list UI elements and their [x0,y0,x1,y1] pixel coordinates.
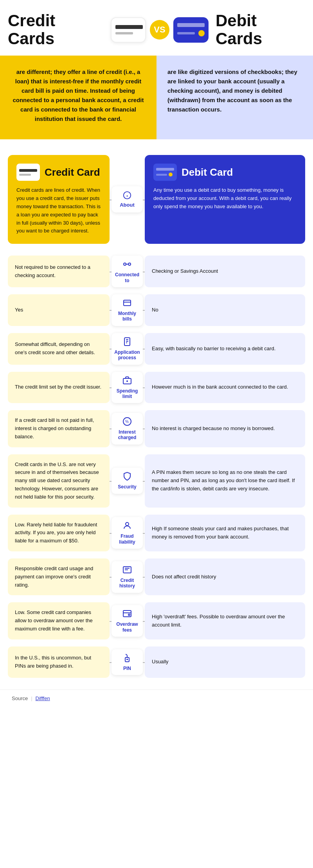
about-debit-card: Debit Card Any time you use a debit card… [145,155,305,244]
comp-center-cell-6: Fraud liability [110,515,145,551]
debit-card-inner [177,21,205,39]
spacer-1 [0,139,313,155]
about-debit-text: Any time you use a debit card to buy som… [153,186,297,211]
footer-source: Source [12,695,28,701]
comp-right-cell-1: No [145,294,305,326]
comp-row: Not required to be connected to a checki… [8,256,305,287]
row-label-6: Fraud liability [114,533,140,545]
card-dot [198,30,205,36]
comp-row: In the U.S., this is uncommon, but PINs … [8,646,305,678]
footer: Source | Difffen [0,690,313,707]
vs-label: VS [154,25,165,35]
about-center: About [110,155,145,244]
row-label-4: Interest charged [114,429,140,441]
comp-center-box-5: Security [112,468,143,493]
comp-center-box-7: Credit history [112,561,143,593]
card-stripe-4 [177,32,195,34]
about-debit-title: Debit Card [182,167,233,178]
card-stripe-1 [115,25,143,29]
icon-row [156,173,173,176]
about-credit-header: Credit Card [16,164,101,181]
comp-right-cell-7: Does not affect credit history [145,558,305,595]
comp-left-cell-1: Yes [8,294,110,326]
row-label-1: Monthly bills [114,311,140,322]
comp-right-cell-0: Checking or Savings Account [145,256,305,287]
comp-center-cell-0: Connected to [110,256,145,287]
intro-debit-text: are like digitized versions of checkbook… [167,68,297,113]
intro-debit: are like digitized versions of checkbook… [156,56,313,139]
footer-divider: | [31,695,32,701]
comp-left-cell-8: Low. Some credit card companies allow to… [8,602,110,639]
vs-badge: VS [150,20,169,40]
row-icon-3 [122,376,132,387]
comp-left-cell-4: If a credit card bill is not paid in ful… [8,410,110,447]
comp-row: If a credit card bill is not paid in ful… [8,410,305,447]
comp-row: Somewhat difficult, depending on one's c… [8,333,305,365]
svg-point-3 [124,263,126,265]
row-icon-6 [122,521,132,532]
credit-card-icon [111,17,146,43]
row-label-5: Security [118,484,136,490]
comp-row: The credit limit set by the credit issue… [8,372,305,403]
comp-row: Low. Some credit card companies allow to… [8,602,305,639]
intro-credit: are different; they offer a line of cred… [0,56,156,139]
comp-center-box-4: % Interest charged [112,413,143,445]
about-credit-title: Credit Card [45,167,100,178]
card-stripe-row [177,30,205,36]
comp-center-box-8: Overdraw fees [112,605,143,637]
comp-left-cell-5: Credit cards in the U.S. are not very se… [8,454,110,508]
debit-card-icon [173,17,209,43]
row-icon-0 [122,259,132,270]
footer-link[interactable]: Difffen [36,695,50,701]
row-label-7: Credit history [114,578,140,589]
about-center-box: About [112,186,143,212]
row-icon-1 [122,298,132,309]
row-icon-2 [122,337,132,348]
comp-left-cell-7: Responsible credit card usage and paymen… [8,558,110,595]
icon-dot [169,173,173,176]
comp-left-cell-0: Not required to be connected to a checki… [8,256,110,287]
intro-credit-text: are different; they offer a line of cred… [13,68,144,122]
row-label-2: Application process [114,349,140,361]
intro-section: are different; they offer a line of cred… [0,56,313,139]
debit-header: Debit Cards [173,12,305,48]
about-label: About [120,202,135,208]
svg-text:%: % [125,420,129,424]
comp-row: Low. Rarely held liable for fraudulent a… [8,515,305,551]
svg-point-4 [128,263,131,265]
comp-right-cell-4: No interest is charged because no money … [145,410,305,447]
comp-right-cell-2: Easy, with basically no barrier to recei… [145,333,305,365]
comp-right-cell-5: A PIN makes them secure so long as no on… [145,454,305,508]
comp-center-box-9: PIN [112,649,143,675]
comp-center-box-3: Spending limit [112,372,143,403]
comp-center-box-1: Monthly bills [112,294,143,326]
row-label-9: PIN [123,666,131,671]
comp-center-cell-7: Credit history [110,558,145,595]
comp-center-box-6: Fraud liability [112,517,143,549]
svg-rect-21 [123,610,131,617]
row-label-0: Connected to [114,272,140,283]
comp-center-cell-8: Overdraw fees [110,602,145,639]
row-label-3: Spending limit [114,388,140,400]
svg-point-17 [126,522,129,526]
comp-left-cell-2: Somewhat difficult, depending on one's c… [8,333,110,365]
comp-right-cell-9: Usually [145,646,305,678]
credit-header: Credit Cards [8,12,146,48]
about-debit-header: Debit Card [153,164,297,181]
comp-center-cell-3: Spending limit [110,372,145,403]
info-icon [123,191,131,200]
comp-center-cell-2: Application process [110,333,145,365]
comp-left-cell-9: In the U.S., this is uncommon, but PINs … [8,646,110,678]
header: Credit Cards VS Debit Cards [0,0,313,48]
comp-row: Responsible credit card usage and paymen… [8,558,305,595]
row-icon-8 [122,609,132,620]
about-debit-card-icon [153,164,177,181]
comp-right-cell-8: High 'overdraft' fees. Possible to overd… [145,602,305,639]
comp-row: Credit cards in the U.S. are not very se… [8,454,305,508]
comp-center-cell-5: Security [110,454,145,508]
comp-row: Yes Monthly bills No [8,294,305,326]
about-credit-text: Credit cards are lines of credit. When y… [16,186,101,235]
icon-stripe-2 [19,174,31,176]
icon-stripe-1 [19,169,37,172]
card-stripe-2 [115,32,133,34]
